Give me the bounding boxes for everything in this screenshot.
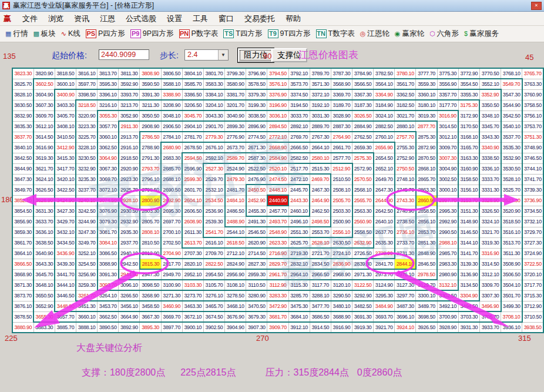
grid-cell: 2911.30	[119, 121, 140, 132]
grid-cell: 2817.70	[161, 259, 182, 269]
grid-cell: 3873.70	[12, 290, 33, 301]
grid-cell: 3132.10	[437, 280, 458, 290]
grid-cell: 2788.90	[140, 142, 161, 153]
menu-item-trade-order[interactable]: 交易委托	[239, 13, 280, 24]
grid-cell: 3463.30	[182, 301, 203, 311]
grid-cell: 3739.30	[522, 185, 543, 195]
grid-cell: 2632.90	[352, 237, 374, 248]
grid-cell: 3693.70	[374, 311, 395, 322]
toolbar-item-p-square[interactable]: PSP四方形	[86, 29, 125, 39]
toolbar-item-kline[interactable]: ∿K线	[61, 29, 80, 39]
toolbar-item-winner-wheel[interactable]: ◉赢家轮	[395, 29, 424, 39]
start-price-input[interactable]: 2440.9099	[99, 49, 149, 60]
grid-cell: 3607.30	[33, 100, 55, 110]
grid-cell: 3583.30	[203, 79, 224, 89]
grid-cell: 3417.70	[55, 163, 76, 174]
toolbar-item-p-number-table[interactable]: PNP数字表	[179, 29, 219, 39]
menu-item-help[interactable]: 帮助	[280, 13, 306, 24]
grid-cell: 2793.70	[140, 163, 161, 174]
grid-cell: 3278.50	[225, 290, 246, 301]
toolbar-item-9t-square[interactable]: T99T四方形	[268, 29, 311, 39]
grid-cell: 3187.30	[352, 100, 374, 110]
grid-cell: 2952.10	[182, 269, 203, 280]
toolbar-item-sectors[interactable]: ▩板块	[33, 29, 55, 39]
grid-cell: 3643.30	[33, 259, 55, 269]
grid-cell: 2654.50	[374, 153, 395, 163]
menu-item-news[interactable]: 资讯	[69, 13, 95, 24]
grid-cell: 3280.90	[246, 290, 267, 301]
chart-title: 江恩价格图表	[298, 48, 358, 62]
step-select[interactable]: 2.4 ▼	[184, 49, 229, 61]
grid-cell: 3648.10	[33, 280, 55, 290]
grid-cell: 3453.70	[98, 301, 119, 311]
grid-cell: 3439.30	[55, 259, 76, 269]
menu-item-window[interactable]: 窗口	[213, 13, 239, 24]
grid-cell: 3110.50	[246, 280, 267, 290]
grid-cell: 3427.30	[55, 206, 76, 216]
control-bar: 135 起始价格: 2440.9099 步长: 2.4 ▼ 阻力位 支撑位 90…	[0, 42, 544, 67]
grid-cell-center: 2440.90	[267, 195, 288, 206]
grid-cell: 2733.70	[395, 237, 416, 248]
menu-item-settings[interactable]: 设置	[162, 13, 187, 24]
grid-cell: 3518.50	[501, 216, 522, 227]
grid-cell-key-level: 2815.30	[140, 259, 161, 269]
grid-cell: 3386.50	[182, 89, 203, 100]
grid-cell: 2827.30	[246, 259, 267, 269]
grid-cell: 3604.90	[33, 89, 55, 100]
grid-cell: 2608.90	[182, 216, 203, 227]
menu-item-browse[interactable]: 浏览	[43, 13, 69, 24]
grid-cell: 2812.90	[140, 248, 161, 259]
grid-cell: 3487.30	[395, 301, 416, 311]
grid-cell: 3103.30	[182, 280, 203, 290]
grid-cell: 2534.50	[203, 195, 224, 206]
grid-cell: 3628.90	[33, 195, 55, 206]
grid-cell: 2740.90	[395, 206, 416, 216]
toolbar-item-quotes[interactable]: ▦行情	[5, 29, 28, 39]
grid-cell: 2848.90	[416, 248, 437, 259]
toolbar-item-gann-wheel[interactable]: ◎江恩轮	[360, 29, 389, 39]
grid-cell: 2966.50	[310, 269, 331, 280]
grid-cell: 3751.30	[522, 132, 543, 142]
toolbar-item-winner-service[interactable]: $赢家服务	[464, 29, 499, 39]
toolbar-item-hexagon[interactable]: ⬡六角形	[429, 29, 459, 39]
grid-cell: 3664.90	[119, 311, 140, 322]
grid-cell: 2896.90	[246, 121, 267, 132]
grid-cell: 3796.90	[246, 68, 267, 79]
grid-cell: 3758.50	[522, 100, 543, 110]
grid-cell: 3520.90	[501, 206, 522, 216]
grid-cell: 3072.10	[98, 185, 119, 195]
toolbar-item-t-square[interactable]: TST四方形	[223, 29, 262, 39]
grid-cell: 2594.50	[182, 153, 203, 163]
grid-cell: 2450.50	[246, 185, 267, 195]
chevron-down-icon[interactable]: ▼	[218, 50, 228, 60]
grid-cell: 2544.10	[225, 227, 246, 237]
grid-cell: 3400.90	[55, 89, 76, 100]
grid-cell: 3223.30	[76, 121, 97, 132]
grid-cell: 3038.50	[246, 110, 267, 121]
menu-item-gann[interactable]: 江恩	[95, 13, 120, 24]
grid-cell: 3756.10	[522, 110, 543, 121]
menu-item-file[interactable]: 文件	[17, 13, 43, 24]
close-button[interactable]: ×	[531, 2, 542, 10]
grid-cell: 3854.50	[12, 206, 33, 216]
grid-cell: 2839.30	[352, 259, 374, 269]
grid-cell: 2803.30	[140, 206, 161, 216]
grid-cell: 3307.30	[479, 290, 501, 301]
grid-cell: 3561.70	[395, 79, 416, 89]
menu-bar: 赢 文件浏览资讯江恩公式选股设置工具窗口交易委托帮助	[0, 12, 544, 26]
grid-cell: 2592.10	[203, 153, 224, 163]
grid-cell: 3744.10	[522, 163, 543, 174]
grid-cell: 3684.10	[288, 311, 310, 322]
grid-cell: 3314.50	[479, 259, 501, 269]
grid-cell: 3268.90	[140, 290, 161, 301]
grid-cell: 3931.30	[458, 322, 479, 333]
menu-item-tools[interactable]: 工具	[187, 13, 213, 24]
grid-cell: 3391.30	[140, 89, 161, 100]
grid-cell: 2887.30	[331, 121, 352, 132]
corner-label-225: 225	[5, 334, 18, 343]
menu-item-formula-stock-pick[interactable]: 公式选股	[120, 13, 162, 24]
toolbar-item-9p-square[interactable]: P99P四方形	[130, 29, 174, 39]
grid-cell: 3441.70	[55, 269, 76, 280]
grid-cell: 3900.10	[182, 322, 203, 333]
toolbar-item-t-number-table[interactable]: TNT数字表	[316, 29, 355, 39]
